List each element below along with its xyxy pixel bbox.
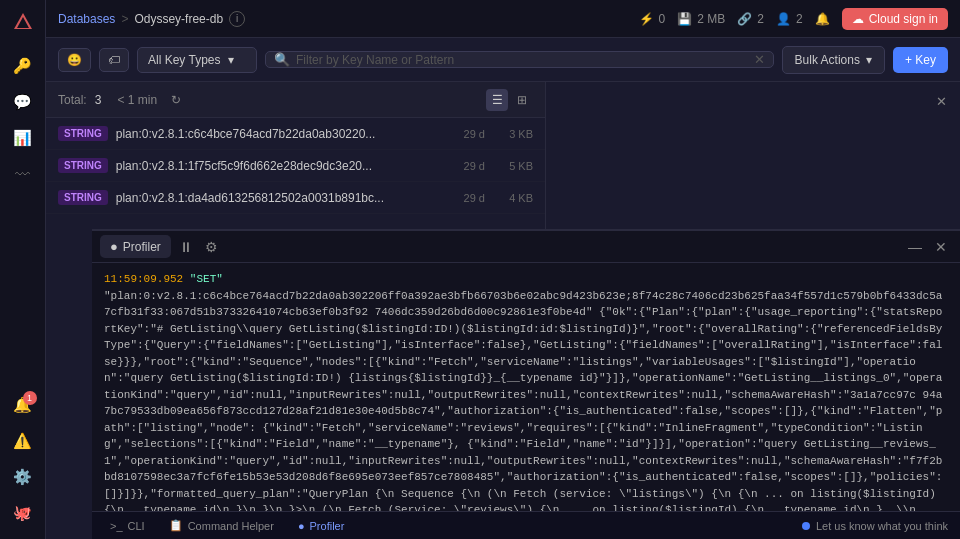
profiler-tab-label: Profiler xyxy=(123,240,161,254)
close-panel-button[interactable]: ✕ xyxy=(930,90,952,112)
key-type-badge: STRING xyxy=(58,190,108,205)
total-label: Total: xyxy=(58,93,87,107)
breadcrumb-separator: > xyxy=(121,12,128,26)
sidebar-item-signals[interactable]: 〰 xyxy=(7,158,39,190)
profiler-icon: ● xyxy=(110,239,118,254)
cli-button[interactable]: >_ CLI xyxy=(104,518,151,534)
pause-button[interactable]: ⏸ xyxy=(175,236,197,258)
sidebar-item-keys[interactable]: 🔑 xyxy=(7,50,39,82)
key-name: plan:0:v2.8.1:1f75cf5c9f6d662e28dec9dc3e… xyxy=(116,159,456,173)
list-view-button[interactable]: ☰ xyxy=(486,89,508,111)
command-helper-icon: 📋 xyxy=(169,519,183,532)
table-row[interactable]: STRING plan:0:v2.8.1:1f75cf5c9f6d662e28d… xyxy=(46,150,545,182)
key-name: plan:0:v2.8.1:da4ad613256812502a0031b891… xyxy=(116,191,456,205)
key-size: 4 KB xyxy=(493,192,533,204)
content-area: Total: 3 < 1 min ↻ ☰ ⊞ STRING plan:0:v2.… xyxy=(46,82,960,539)
bottom-panel: ● Profiler ⏸ ⚙ — ✕ 11:59:09.952 "SET" "p… xyxy=(92,229,960,539)
chat-message: Let us know what you think xyxy=(816,520,948,532)
key-date: 29 d xyxy=(464,160,485,172)
keys-icon: 🔗 xyxy=(737,12,752,26)
key-type-select[interactable]: All Key Types ▾ xyxy=(137,47,257,73)
chevron-down-icon: ▾ xyxy=(228,53,234,67)
time-label: < 1 min xyxy=(117,93,157,107)
clients-value: 2 xyxy=(796,12,803,26)
minimize-button[interactable]: — xyxy=(904,236,926,258)
sidebar-item-analytics[interactable]: 📊 xyxy=(7,122,39,154)
key-name: plan:0:v2.8.1:c6c4bce764acd7b22da0ab3022… xyxy=(116,127,456,141)
commands-icon: ⚡ xyxy=(639,12,654,26)
db-info-icon[interactable]: i xyxy=(229,11,245,27)
toolbar: 😀 🏷 All Key Types ▾ 🔍 ✕ Bulk Actions ▾ +… xyxy=(46,38,960,82)
topbar-stats: ⚡ 0 💾 2 MB 🔗 2 👤 2 🔔 ☁ Cloud sign in xyxy=(639,8,948,30)
refresh-button[interactable]: ↻ xyxy=(165,89,187,111)
grid-view-button[interactable]: ⊞ xyxy=(511,89,533,111)
profiler-footer-label: Profiler xyxy=(310,520,345,532)
topbar: Databases > Odyssey-free-db i ⚡ 0 💾 2 MB… xyxy=(46,0,960,38)
sidebar-item-settings[interactable]: ⚙️ xyxy=(7,461,39,493)
bottom-footer: >_ CLI 📋 Command Helper ● Profiler Let u… xyxy=(92,511,960,539)
key-type-badge: STRING xyxy=(58,158,108,173)
stat-keys: 🔗 2 xyxy=(737,12,764,26)
clear-search-icon[interactable]: ✕ xyxy=(754,52,765,67)
table-row[interactable]: STRING plan:0:v2.8.1:da4ad613256812502a0… xyxy=(46,182,545,214)
footer-chat: Let us know what you think xyxy=(802,520,948,532)
key-list-header: Total: 3 < 1 min ↻ ☰ ⊞ xyxy=(46,82,545,118)
breadcrumb: Databases > Odyssey-free-db i xyxy=(58,11,245,27)
breadcrumb-current-db: Odyssey-free-db xyxy=(134,12,223,26)
profiler-footer-button[interactable]: ● Profiler xyxy=(292,518,351,534)
memory-value: 2 MB xyxy=(697,12,725,26)
command-helper-button[interactable]: 📋 Command Helper xyxy=(163,517,280,534)
log-timestamp: 11:59:09.952 xyxy=(104,273,183,285)
cli-icon: >_ xyxy=(110,520,123,532)
key-size: 3 KB xyxy=(493,128,533,140)
log-body: "plan:0:v2.8.1:c6c4bce764acd7b22da0ab302… xyxy=(104,290,942,512)
command-helper-label: Command Helper xyxy=(188,520,274,532)
cli-label: CLI xyxy=(128,520,145,532)
bulk-actions-button[interactable]: Bulk Actions ▾ xyxy=(782,46,885,74)
sidebar: 🔑 💬 📊 〰 🔔 1 ⚠️ ⚙️ 🐙 xyxy=(0,0,46,539)
breadcrumb-databases[interactable]: Databases xyxy=(58,12,115,26)
key-type-badge: STRING xyxy=(58,126,108,141)
stat-commands: ⚡ 0 xyxy=(639,12,666,26)
stat-clients: 👤 2 xyxy=(776,12,803,26)
cloud-sign-in-button[interactable]: ☁ Cloud sign in xyxy=(842,8,948,30)
sidebar-item-warning[interactable]: ⚠️ xyxy=(7,425,39,457)
cloud-icon: ☁ xyxy=(852,12,864,26)
key-size: 5 KB xyxy=(493,160,533,172)
view-toggle: ☰ ⊞ xyxy=(486,89,533,111)
stat-memory: 💾 2 MB xyxy=(677,12,725,26)
profiler-footer-icon: ● xyxy=(298,520,305,532)
tag-icon: 🏷 xyxy=(108,53,120,67)
search-bar: 🔍 ✕ xyxy=(265,51,774,68)
notification-badge-count: 1 xyxy=(23,391,37,405)
emoji-button[interactable]: 😀 xyxy=(58,48,91,72)
bulk-actions-chevron-icon: ▾ xyxy=(866,53,872,67)
profiler-log: 11:59:09.952 "SET" "plan:0:v2.8.1:c6c4bc… xyxy=(92,263,960,511)
tab-profiler[interactable]: ● Profiler xyxy=(100,235,171,258)
clients-icon: 👤 xyxy=(776,12,791,26)
add-key-button[interactable]: + Key xyxy=(893,47,948,73)
add-key-label: + Key xyxy=(905,53,936,67)
close-bottom-button[interactable]: ✕ xyxy=(930,236,952,258)
sidebar-item-github[interactable]: 🐙 xyxy=(7,497,39,529)
settings-button[interactable]: ⚙ xyxy=(201,236,223,258)
chat-status-dot xyxy=(802,522,810,530)
cloud-sign-in-label: Cloud sign in xyxy=(869,12,938,26)
key-date: 29 d xyxy=(464,128,485,140)
key-date: 29 d xyxy=(464,192,485,204)
bottom-controls: — ✕ xyxy=(904,236,952,258)
commands-value: 0 xyxy=(659,12,666,26)
search-icon: 🔍 xyxy=(274,52,290,67)
table-row[interactable]: STRING plan:0:v2.8.1:c6c4bce764acd7b22da… xyxy=(46,118,545,150)
search-input[interactable] xyxy=(296,53,748,67)
sidebar-item-chat[interactable]: 💬 xyxy=(7,86,39,118)
log-entry: 11:59:09.952 "SET" "plan:0:v2.8.1:c6c4bc… xyxy=(104,271,948,511)
sidebar-item-notifications[interactable]: 🔔 1 xyxy=(7,389,39,421)
keys-value: 2 xyxy=(757,12,764,26)
tag-button[interactable]: 🏷 xyxy=(99,48,129,72)
memory-icon: 💾 xyxy=(677,12,692,26)
stat-alert: 🔔 xyxy=(815,12,830,26)
log-command: "SET" xyxy=(190,273,223,285)
alert-icon: 🔔 xyxy=(815,12,830,26)
app-logo[interactable] xyxy=(9,8,37,36)
